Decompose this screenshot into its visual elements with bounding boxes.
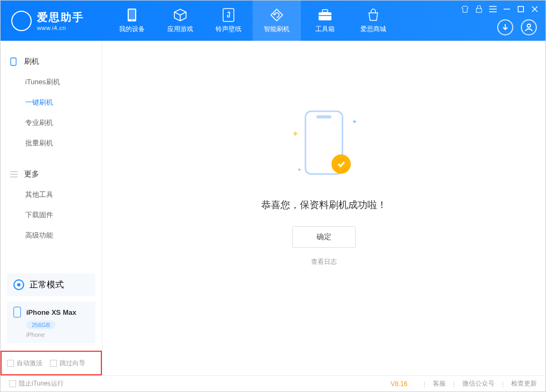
device-info-card[interactable]: iPhone XS Max 256GB iPhone <box>7 301 95 343</box>
success-message: 恭喜您，保资料刷机成功啦！ <box>261 198 387 211</box>
device-panel: 正常模式 iPhone XS Max 256GB iPhone <box>7 273 95 343</box>
svg-rect-12 <box>518 6 523 12</box>
menu-icon[interactable] <box>489 5 497 13</box>
nav-label: 铃声壁纸 <box>216 25 241 34</box>
sidebar-item-oneclick[interactable]: 一键刷机 <box>1 92 102 113</box>
svg-rect-1 <box>129 10 135 19</box>
phone-icon <box>13 307 21 317</box>
nav-tab-flash[interactable]: 智能刷机 <box>253 1 301 41</box>
nav-label: 智能刷机 <box>264 25 290 34</box>
separator: | <box>424 380 425 388</box>
svg-point-2 <box>131 20 132 21</box>
header-actions <box>497 19 537 35</box>
section-title: 更多 <box>24 169 39 179</box>
ok-button[interactable]: 确定 <box>292 226 356 248</box>
nav-tab-store[interactable]: 爱思商城 <box>349 1 397 41</box>
support-link[interactable]: 客服 <box>433 379 446 388</box>
update-link[interactable]: 检查更新 <box>511 379 537 388</box>
checkbox-block-itunes[interactable]: 阻止iTunes运行 <box>9 379 64 388</box>
nav-tab-toolbox[interactable]: 工具箱 <box>301 1 349 41</box>
footer: 阻止iTunes运行 V8.16 | 客服 | 微信公众号 | 检查更新 <box>1 375 545 391</box>
logo-icon <box>11 11 32 31</box>
logo[interactable]: 爱思助手 www.i4.cn <box>1 10 108 31</box>
checkbox-label: 阻止iTunes运行 <box>19 379 64 388</box>
nav-tab-apps[interactable]: 应用游戏 <box>156 1 204 41</box>
version: V8.16 <box>390 380 407 388</box>
checkbox-icon <box>9 380 16 387</box>
device-icon <box>127 8 137 23</box>
nav-tab-device[interactable]: 我的设备 <box>108 1 156 41</box>
sidebar: 刷机 iTunes刷机 一键刷机 专业刷机 批量刷机 更多 其他工具 下载固件 … <box>1 41 102 375</box>
success-illustration: ✦ ✦ ✦ <box>286 107 361 182</box>
sparkle-icon: ✦ <box>352 118 357 125</box>
main-content: ✦ ✦ ✦ 恭喜您，保资料刷机成功啦！ 确定 查看日志 <box>102 41 545 375</box>
svg-rect-6 <box>319 15 331 16</box>
nav-label: 工具箱 <box>315 25 335 34</box>
nav-tab-media[interactable]: 铃声壁纸 <box>204 1 253 41</box>
svg-rect-4 <box>319 12 331 20</box>
sidebar-item-other[interactable]: 其他工具 <box>1 184 102 205</box>
header: 爱思助手 www.i4.cn 我的设备 应用游戏 铃声壁纸 智能刷机 工具箱 爱… <box>1 1 545 41</box>
device-type: iPhone <box>26 331 89 338</box>
checkbox-skip-guide[interactable]: 跳过向导 <box>50 359 85 368</box>
nav-label: 我的设备 <box>119 25 145 34</box>
music-icon <box>223 8 234 23</box>
app-subtitle: www.i4.cn <box>37 25 84 31</box>
section-title: 刷机 <box>24 57 39 66</box>
close-icon[interactable] <box>530 5 539 13</box>
capacity-badge: 256GB <box>26 321 55 329</box>
checkbox-auto-activate[interactable]: 自动激活 <box>7 359 42 368</box>
maximize-icon[interactable] <box>517 5 525 13</box>
phone-icon <box>10 57 19 66</box>
toolbox-icon <box>318 8 332 23</box>
separator: | <box>502 380 504 388</box>
lock-icon[interactable] <box>475 5 483 13</box>
download-button[interactable] <box>497 19 513 35</box>
list-icon <box>10 171 19 177</box>
minimize-icon[interactable] <box>503 5 511 13</box>
svg-point-15 <box>527 24 530 27</box>
sparkle-icon: ✦ <box>292 129 299 139</box>
store-icon <box>367 8 380 23</box>
sidebar-item-advanced[interactable]: 高级功能 <box>1 225 102 246</box>
sidebar-item-itunes[interactable]: iTunes刷机 <box>1 72 102 92</box>
checkbox-label: 自动激活 <box>17 359 42 368</box>
app-title: 爱思助手 <box>37 10 84 25</box>
cube-icon <box>173 8 187 23</box>
device-mode: 正常模式 <box>29 279 64 291</box>
sidebar-item-batch[interactable]: 批量刷机 <box>1 133 102 153</box>
check-badge-icon <box>331 154 351 174</box>
checkbox-icon <box>50 360 57 367</box>
svg-rect-5 <box>322 10 328 12</box>
checkbox-icon <box>7 360 14 367</box>
wechat-link[interactable]: 微信公众号 <box>462 379 495 388</box>
nav-tabs: 我的设备 应用游戏 铃声壁纸 智能刷机 工具箱 爱思商城 <box>108 1 397 41</box>
view-log-link[interactable]: 查看日志 <box>311 257 337 267</box>
refresh-icon <box>270 8 284 23</box>
options-highlight: 自动激活 跳过向导 <box>1 351 102 375</box>
nav-label: 爱思商城 <box>360 25 386 34</box>
sidebar-section-flash[interactable]: 刷机 <box>1 51 102 72</box>
window-controls <box>461 5 539 13</box>
device-mode-card[interactable]: 正常模式 <box>7 273 95 296</box>
sidebar-item-pro[interactable]: 专业刷机 <box>1 113 102 133</box>
nav-label: 应用游戏 <box>167 25 193 34</box>
svg-rect-7 <box>476 9 482 12</box>
separator: | <box>453 380 455 388</box>
sparkle-icon: ✦ <box>297 167 301 173</box>
tshirt-icon[interactable] <box>461 5 469 13</box>
svg-rect-16 <box>11 58 16 65</box>
user-button[interactable] <box>521 19 537 35</box>
device-name: iPhone XS Max <box>26 308 76 316</box>
checkbox-label: 跳过向导 <box>60 359 85 368</box>
sidebar-item-firmware[interactable]: 下载固件 <box>1 205 102 225</box>
mode-icon <box>13 279 24 290</box>
sidebar-section-more[interactable]: 更多 <box>1 164 102 184</box>
